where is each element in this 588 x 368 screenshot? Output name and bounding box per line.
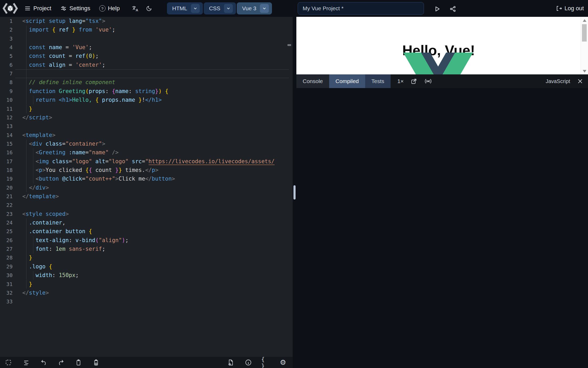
undo-icon[interactable] bbox=[39, 358, 49, 367]
chevron-down-icon[interactable] bbox=[260, 4, 269, 13]
scroll-down-arrow[interactable] bbox=[583, 70, 586, 73]
code-line[interactable]: 28} bbox=[0, 253, 293, 262]
resizer-handle[interactable] bbox=[293, 185, 296, 200]
open-window-icon[interactable] bbox=[411, 74, 417, 88]
code-line[interactable]: 25.container button { bbox=[0, 227, 293, 236]
translate-icon[interactable]: A bbox=[130, 3, 140, 14]
code-line[interactable]: 26text-align: v-bind("align"); bbox=[0, 236, 293, 245]
token-tx: = bbox=[62, 44, 72, 50]
external-resources-icon[interactable] bbox=[226, 358, 235, 367]
token-pn: > bbox=[102, 141, 105, 147]
token-id: align bbox=[49, 62, 65, 68]
code-line[interactable]: 3 bbox=[0, 34, 293, 43]
select-all-icon[interactable] bbox=[4, 358, 13, 367]
help-menu[interactable]: ? Help bbox=[97, 5, 122, 12]
code-line[interactable]: 1<script setup lang="tsx"> bbox=[0, 17, 293, 25]
token-str: "name" bbox=[89, 149, 109, 156]
token-kw: function bbox=[29, 88, 55, 94]
code-text: <style scoped> bbox=[22, 210, 69, 218]
token-str: " bbox=[145, 158, 149, 165]
result-zoom-button[interactable]: 1× bbox=[397, 74, 404, 88]
scroll-thumb[interactable] bbox=[582, 24, 587, 42]
chevron-down-icon[interactable] bbox=[224, 4, 233, 13]
logout-button[interactable]: Log out bbox=[556, 0, 584, 17]
line-number: 18 bbox=[0, 166, 13, 175]
code-line[interactable]: 16<Greeting :name="name" /> bbox=[0, 148, 293, 157]
livecodes-logo[interactable] bbox=[2, 0, 19, 17]
moon-icon[interactable] bbox=[144, 3, 154, 14]
code-line[interactable]: 17<img class="logo" alt="logo" src="http… bbox=[0, 157, 293, 166]
token-id: .container bbox=[29, 228, 62, 234]
code-line[interactable]: 27font: 1em sans-serif; bbox=[0, 245, 293, 253]
code-line[interactable]: 15<div class="container"> bbox=[0, 140, 293, 148]
line-number: 9 bbox=[0, 87, 13, 96]
code-line[interactable]: 13 bbox=[0, 122, 293, 131]
share-button[interactable] bbox=[448, 4, 458, 14]
settings-menu[interactable]: Settings bbox=[57, 3, 93, 14]
token-tx: : bbox=[49, 246, 55, 252]
code-line[interactable]: 21</template> bbox=[0, 192, 293, 201]
code-line[interactable]: 9function Greeting(props: {name: string}… bbox=[0, 87, 293, 96]
token-id: .container bbox=[29, 219, 62, 226]
copy-code-icon[interactable] bbox=[91, 358, 101, 367]
code-line[interactable]: 11} bbox=[0, 105, 293, 113]
token-pn: < bbox=[22, 18, 26, 24]
code-line[interactable]: 22 bbox=[0, 201, 293, 209]
token-tx bbox=[65, 149, 69, 156]
scroll-up-arrow[interactable] bbox=[583, 19, 586, 22]
code-line[interactable]: 31} bbox=[0, 280, 293, 289]
code-line[interactable]: 24.container, bbox=[0, 218, 293, 227]
code-text: const name = 'Vue'; bbox=[22, 43, 92, 52]
code-editor[interactable]: 1<script setup lang="tsx">2import { ref … bbox=[0, 17, 293, 356]
code-line[interactable]: 5const count = ref(0); bbox=[0, 52, 293, 60]
code-line[interactable]: 7 bbox=[0, 69, 293, 78]
line-number: 17 bbox=[0, 157, 13, 166]
code-line[interactable]: 23<style scoped> bbox=[0, 210, 293, 218]
token-tx bbox=[92, 158, 96, 165]
token-pn: < bbox=[36, 158, 39, 165]
code-line[interactable]: 8// define inline component bbox=[0, 78, 293, 87]
chevron-down-icon[interactable] bbox=[191, 4, 200, 13]
code-line[interactable]: 30width: 150px; bbox=[0, 271, 293, 280]
paste-icon[interactable] bbox=[74, 358, 83, 367]
token-num: 0 bbox=[89, 53, 92, 59]
redo-icon[interactable] bbox=[56, 358, 66, 367]
project-title-input[interactable] bbox=[298, 2, 424, 15]
tab-css[interactable]: CSS bbox=[204, 2, 236, 14]
pane-resizer[interactable] bbox=[293, 17, 296, 368]
format-code-icon[interactable] bbox=[22, 358, 31, 367]
code-text: </div> bbox=[22, 183, 49, 192]
code-line[interactable]: 6const align = 'center'; bbox=[0, 61, 293, 69]
project-menu[interactable]: Project bbox=[22, 3, 54, 14]
token-b1: } bbox=[139, 97, 142, 103]
preview-scrollbar[interactable] bbox=[581, 17, 588, 74]
editor-info-icon[interactable] bbox=[244, 358, 253, 367]
code-line[interactable]: 14<template> bbox=[0, 131, 293, 140]
code-line[interactable]: 20</div> bbox=[0, 183, 293, 192]
tab-compiled[interactable]: Compiled bbox=[329, 74, 365, 88]
token-b1: { bbox=[95, 97, 99, 103]
line-number: 25 bbox=[0, 227, 13, 236]
code-line[interactable]: 10return <h1>Hello, { props.name }!</h1> bbox=[0, 96, 293, 104]
code-line[interactable]: 2import { ref } from 'vue'; bbox=[0, 25, 293, 34]
code-line[interactable]: 18<p>You clicked {{ count }} times.</p> bbox=[0, 166, 293, 175]
tab-tests[interactable]: Tests bbox=[365, 74, 391, 88]
code-line[interactable]: 29.logo { bbox=[0, 262, 293, 271]
code-line[interactable]: 33 bbox=[0, 297, 293, 306]
token-tag: template bbox=[26, 132, 52, 138]
tab-vue3[interactable]: Vue 3 bbox=[237, 2, 272, 14]
token-pn: > bbox=[155, 167, 159, 173]
tab-console[interactable]: Console bbox=[296, 74, 329, 88]
tab-html[interactable]: HTML bbox=[167, 2, 203, 14]
run-button[interactable] bbox=[432, 4, 442, 14]
close-icon[interactable] bbox=[577, 78, 583, 84]
broadcast-icon[interactable] bbox=[424, 74, 432, 88]
editor-settings-icon[interactable]: ⚙ bbox=[278, 358, 288, 367]
code-line[interactable]: 12</script> bbox=[0, 113, 293, 122]
line-number: 28 bbox=[0, 253, 13, 262]
token-tx: count bbox=[92, 167, 116, 173]
code-line[interactable]: 4const name = 'Vue'; bbox=[0, 43, 293, 52]
code-line[interactable]: 19<button @click="count++">Click me</but… bbox=[0, 175, 293, 183]
custom-settings-icon[interactable]: { } bbox=[261, 358, 271, 367]
code-line[interactable]: 32</style> bbox=[0, 289, 293, 297]
